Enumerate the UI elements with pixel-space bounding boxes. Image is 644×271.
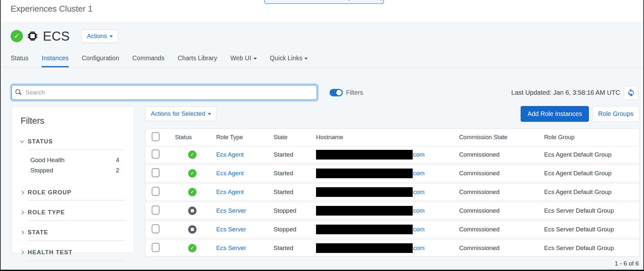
add-role-instances-button[interactable]: Add Role Instances bbox=[521, 106, 589, 122]
actions-button[interactable]: Actions bbox=[82, 29, 118, 43]
tab-charts-library[interactable]: Charts Library bbox=[178, 54, 217, 67]
filter-section-role-type-header[interactable]: ROLE TYPE bbox=[21, 209, 125, 216]
role-group-value: Ecs Server Default Group bbox=[540, 245, 639, 252]
hostname-link[interactable]: com bbox=[413, 170, 425, 177]
filter-section-state: STATE bbox=[21, 229, 125, 241]
last-updated-text: Last Updated: Jan 6, 3:58:16 AM UTC bbox=[511, 89, 620, 96]
column-header-hostname: Hostname bbox=[313, 134, 455, 141]
column-header-status: Status bbox=[172, 134, 213, 141]
row-checkbox[interactable] bbox=[152, 206, 159, 215]
actions-for-selected-button[interactable]: Actions for Selected bbox=[145, 106, 217, 121]
filter-section-role-type: ROLE TYPE bbox=[21, 209, 125, 221]
hostname-redaction bbox=[316, 150, 413, 160]
parcel-version-button[interactable]: ECS 1.3.2 - /dcfs/sme-demo2 (2022-01-06) bbox=[264, 0, 384, 4]
search-input[interactable] bbox=[11, 85, 317, 100]
filter-section-role-group: ROLE GROUP bbox=[21, 189, 125, 201]
role-type-link[interactable]: Ecs Agent bbox=[216, 151, 244, 158]
filter-section-status: STATUS Good Health 4 Stopped 2 bbox=[21, 138, 125, 176]
tab-commands[interactable]: Commands bbox=[132, 54, 165, 67]
role-type-link[interactable]: Ecs Server bbox=[216, 207, 246, 214]
main-band: ✓ ECS Actions Status Instances Configura… bbox=[0, 22, 644, 271]
filter-item-stopped[interactable]: Stopped 2 bbox=[30, 165, 125, 176]
column-header-role-type: Role Type bbox=[213, 134, 270, 141]
hostname-link[interactable]: com bbox=[413, 245, 425, 252]
role-groups-button[interactable]: Role Groups bbox=[592, 106, 639, 122]
chevron-down-icon bbox=[254, 58, 257, 60]
filter-section-role-group-header[interactable]: ROLE GROUP bbox=[21, 189, 125, 196]
commission-state-value: Commissioned bbox=[455, 189, 540, 196]
health-status-icon bbox=[188, 207, 197, 215]
filter-count: 4 bbox=[116, 157, 119, 164]
commission-state-value: Commissioned bbox=[455, 245, 540, 252]
good-health-icon: ✓ bbox=[11, 30, 23, 42]
refresh-icon bbox=[627, 88, 635, 97]
commission-state-value: Commissioned bbox=[455, 207, 540, 214]
role-type-link[interactable]: Ecs Agent bbox=[216, 189, 244, 195]
filter-items: Good Health 4 Stopped 2 bbox=[30, 155, 125, 176]
chevron-icon bbox=[20, 139, 24, 143]
role-group-value: Ecs Server Default Group bbox=[540, 207, 639, 214]
chevron-icon bbox=[20, 250, 24, 255]
hostname-link[interactable]: com bbox=[413, 207, 425, 214]
search-box bbox=[11, 85, 317, 100]
divider bbox=[28, 200, 125, 201]
column-header-state: State bbox=[270, 134, 313, 141]
filter-section-health-test: HEALTH TEST bbox=[21, 249, 125, 261]
column-header-commission-state: Commission State bbox=[455, 134, 540, 141]
pagination: 1 - 6 of 6 bbox=[145, 260, 639, 267]
state-value: Started bbox=[270, 151, 313, 158]
select-all-checkbox[interactable] bbox=[152, 132, 159, 141]
divider bbox=[28, 150, 125, 150]
tab-instances[interactable]: Instances bbox=[42, 54, 68, 67]
state-value: Started bbox=[270, 189, 313, 196]
service-name: ECS bbox=[43, 29, 70, 44]
state-value: Started bbox=[270, 170, 313, 177]
last-updated-group: Last Updated: Jan 6, 3:58:16 AM UTC bbox=[511, 85, 638, 100]
health-status-icon bbox=[188, 150, 197, 159]
table-row: Ecs Server Stopped com Commissioned Ecs … bbox=[145, 221, 639, 240]
chevron-icon bbox=[20, 190, 24, 195]
hostname-link[interactable]: com bbox=[413, 189, 425, 196]
tab-status[interactable]: Status bbox=[11, 54, 28, 67]
table-row: Ecs Server Stopped com Commissioned Ecs … bbox=[145, 203, 639, 221]
tab-web-ui[interactable]: Web UI bbox=[230, 54, 257, 67]
filter-section-health-test-header[interactable]: HEALTH TEST bbox=[21, 249, 125, 256]
role-type-link[interactable]: Ecs Server bbox=[216, 226, 246, 233]
refresh-button[interactable] bbox=[624, 85, 638, 100]
row-checkbox[interactable] bbox=[152, 224, 159, 233]
hostname-redaction bbox=[316, 169, 413, 178]
chevron-down-icon bbox=[110, 35, 113, 37]
row-checkbox[interactable] bbox=[152, 150, 159, 159]
page-title: Experiences Cluster 1 bbox=[11, 4, 92, 14]
chevron-down-icon bbox=[304, 58, 308, 60]
chevron-icon bbox=[20, 210, 24, 215]
hostname-link[interactable]: com bbox=[413, 151, 425, 158]
role-type-link[interactable]: Ecs Agent bbox=[216, 170, 244, 177]
tab-quick-links[interactable]: Quick Links bbox=[270, 54, 308, 67]
filter-section-status-header[interactable]: STATUS bbox=[21, 138, 125, 145]
row-checkbox[interactable] bbox=[152, 187, 159, 196]
commission-state-value: Commissioned bbox=[455, 151, 540, 158]
table-row: Ecs Agent Started com Commissioned Ecs A… bbox=[145, 147, 639, 165]
role-type-link[interactable]: Ecs Server bbox=[216, 245, 246, 251]
filters-panel-title: Filters bbox=[21, 116, 125, 126]
filters-toggle[interactable] bbox=[330, 89, 343, 96]
commission-state-value: Commissioned bbox=[455, 170, 540, 177]
commission-state-value: Commissioned bbox=[455, 226, 540, 233]
hostname-link[interactable]: com bbox=[413, 226, 425, 233]
health-status-icon bbox=[188, 188, 197, 196]
role-group-value: Ecs Agent Default Group bbox=[540, 189, 639, 196]
column-header-role-group: Role Group bbox=[540, 134, 639, 141]
filters-toggle-label: Filters bbox=[346, 89, 363, 96]
row-checkbox[interactable] bbox=[152, 243, 159, 252]
toggle-knob-icon bbox=[336, 90, 342, 95]
health-status-icon bbox=[188, 225, 197, 234]
state-value: Stopped bbox=[270, 226, 313, 233]
divider bbox=[28, 260, 125, 261]
filter-section-state-header[interactable]: STATE bbox=[21, 229, 125, 236]
filter-item-good-health[interactable]: Good Health 4 bbox=[30, 155, 125, 165]
role-group-value: Ecs Agent Default Group bbox=[540, 170, 639, 177]
table-row: Ecs Agent Started com Commissioned Ecs A… bbox=[145, 165, 639, 184]
row-checkbox[interactable] bbox=[152, 168, 159, 177]
tab-configuration[interactable]: Configuration bbox=[82, 54, 119, 67]
